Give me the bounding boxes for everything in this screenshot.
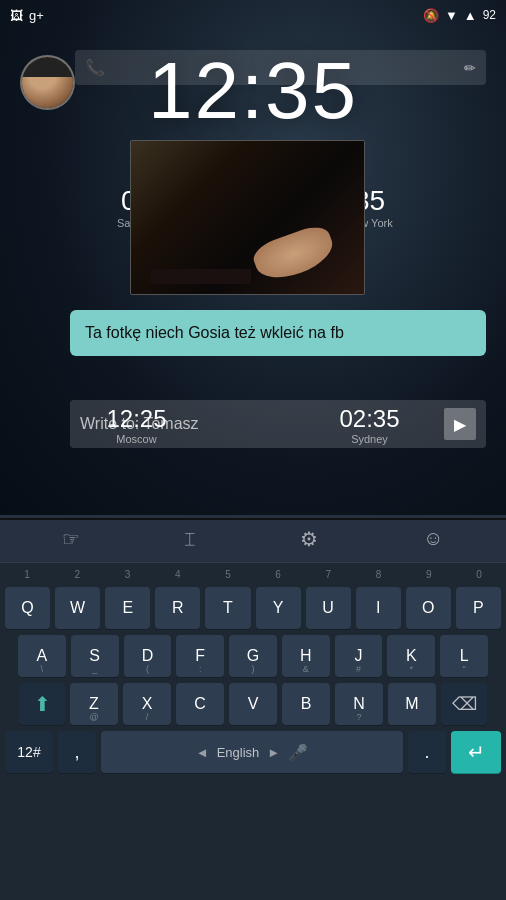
message-bubble: Ta fotkę niech Gosia też wkleić na fb (70, 310, 486, 356)
avatar-hair (22, 57, 73, 77)
key-X[interactable]: X/ (123, 683, 171, 725)
key-D[interactable]: D( (124, 635, 172, 677)
key-M[interactable]: M (388, 683, 436, 725)
num-9: 9 (404, 567, 454, 582)
settings-icon[interactable]: ⚙ (292, 519, 326, 559)
gplus-icon: g+ (29, 8, 44, 23)
notification-thumbnail (130, 140, 365, 295)
delete-key[interactable]: ⌫ (441, 683, 487, 725)
avatar (20, 55, 75, 110)
key-Q[interactable]: Q (5, 587, 50, 629)
num-1: 1 (2, 567, 52, 582)
sym-key[interactable]: 12# (5, 731, 53, 773)
notification-card: 📞 ✏ (75, 50, 486, 85)
key-U[interactable]: U (306, 587, 351, 629)
key-Z[interactable]: Z@ (70, 683, 118, 725)
key-Y[interactable]: Y (256, 587, 301, 629)
shift-icon: ⬆ (34, 692, 51, 716)
emoji-icon[interactable]: ☺ (415, 519, 451, 558)
key-V[interactable]: V (229, 683, 277, 725)
phone-icon: 📞 (85, 58, 105, 77)
key-T[interactable]: T (205, 587, 250, 629)
lang-arrow-left: ◄ (196, 745, 209, 760)
thumb-book-detail (151, 269, 251, 284)
mic-icon[interactable]: 🎤 (288, 743, 308, 762)
cursor-icon[interactable]: ⌶ (177, 522, 203, 556)
key-C[interactable]: C (176, 683, 224, 725)
key-row-1: Q W E R T Y U I O P (0, 584, 506, 632)
wifi-icon: ▼ (445, 8, 458, 23)
num-7: 7 (303, 567, 353, 582)
thumb-hand-detail (250, 222, 339, 287)
key-F[interactable]: F: (176, 635, 224, 677)
lang-arrow-right: ► (267, 745, 280, 760)
num-0: 0 (454, 567, 504, 582)
key-B[interactable]: B (282, 683, 330, 725)
edit-icon: ✏ (464, 60, 476, 76)
enter-key[interactable]: ↵ (451, 731, 501, 773)
number-hint-row: 1 2 3 4 5 6 7 8 9 0 (0, 563, 506, 584)
reply-placeholder: Write to: Tomasz (80, 415, 444, 433)
thumbnail-image (131, 141, 364, 294)
comma-key[interactable]: , (58, 731, 96, 773)
keyboard: ☞ ⌶ ⚙ ☺ 1 2 3 4 5 6 7 8 9 0 Q W E R T Y … (0, 515, 506, 900)
key-H[interactable]: H& (282, 635, 330, 677)
key-E[interactable]: E (105, 587, 150, 629)
keyboard-toolbar: ☞ ⌶ ⚙ ☺ (0, 515, 506, 563)
delete-icon: ⌫ (452, 693, 477, 715)
key-S[interactable]: S_ (71, 635, 119, 677)
language-key[interactable]: ◄ English ► 🎤 (101, 731, 403, 773)
reply-input-area[interactable]: Write to: Tomasz ▶ (70, 400, 486, 448)
key-L[interactable]: L" (440, 635, 488, 677)
lockscreen-keyboard-divider (0, 518, 506, 520)
mute-icon: 🔕 (423, 8, 439, 23)
key-row-2: A\ S_ D( F: G) H& J# K* L" (0, 632, 506, 680)
key-O[interactable]: O (406, 587, 451, 629)
key-W[interactable]: W (55, 587, 100, 629)
num-3: 3 (102, 567, 152, 582)
comma-label: , (74, 742, 79, 763)
battery-level: 92 (483, 8, 496, 22)
photo-widget-icon: 🖼 (10, 8, 23, 23)
lang-label: English (217, 745, 260, 760)
signal-icon: ▲ (464, 8, 477, 23)
key-P[interactable]: P (456, 587, 501, 629)
num-6: 6 (253, 567, 303, 582)
dot-key[interactable]: . (408, 731, 446, 773)
key-I[interactable]: I (356, 587, 401, 629)
gesture-icon[interactable]: ☞ (54, 519, 88, 559)
message-text: Ta fotkę niech Gosia też wkleić na fb (85, 324, 344, 341)
key-J[interactable]: J# (335, 635, 383, 677)
key-row-3: ⬆ Z@ X/ C V B N? M ⌫ (0, 680, 506, 728)
num-4: 4 (153, 567, 203, 582)
shift-key[interactable]: ⬆ (19, 683, 65, 725)
num-8: 8 (353, 567, 403, 582)
status-right-icons: 🔕 ▼ ▲ 92 (423, 8, 496, 23)
key-A[interactable]: A\ (18, 635, 66, 677)
send-icon: ▶ (454, 415, 466, 434)
dot-label: . (424, 742, 429, 763)
key-G[interactable]: G) (229, 635, 277, 677)
notif-header: 📞 ✏ (75, 50, 486, 85)
key-K[interactable]: K* (387, 635, 435, 677)
key-R[interactable]: R (155, 587, 200, 629)
status-left-icons: 🖼 g+ (10, 8, 44, 23)
enter-icon: ↵ (468, 740, 485, 764)
sym-label: 12# (17, 744, 40, 760)
num-5: 5 (203, 567, 253, 582)
key-row-bottom: 12# , ◄ English ► 🎤 . ↵ (0, 728, 506, 776)
status-bar: 🖼 g+ 🔕 ▼ ▲ 92 (0, 0, 506, 30)
send-button[interactable]: ▶ (444, 408, 476, 440)
num-2: 2 (52, 567, 102, 582)
avatar-face (22, 57, 73, 108)
key-N[interactable]: N? (335, 683, 383, 725)
